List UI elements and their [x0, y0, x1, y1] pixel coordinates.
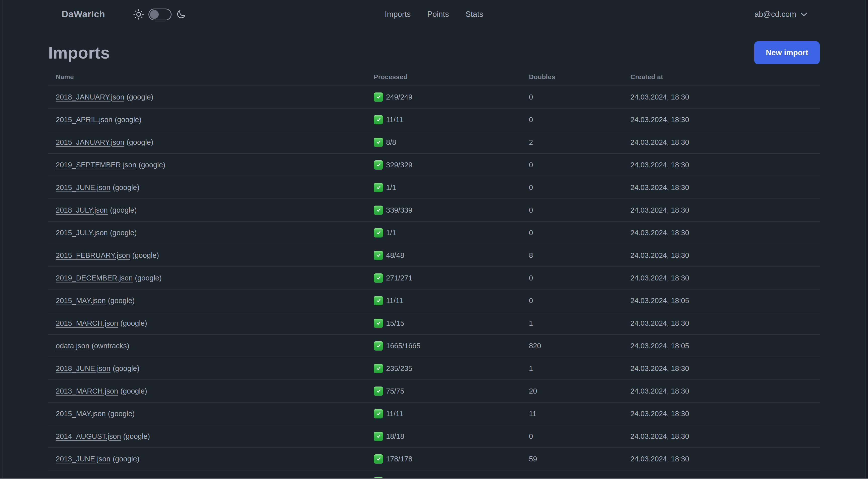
import-file-link[interactable]: 2015_APRIL.json: [56, 116, 113, 124]
import-file-link[interactable]: odata.json: [56, 342, 89, 350]
created-at: 24.03.2024, 18:05: [623, 342, 820, 350]
navbar-left: DaWarIch: [62, 0, 186, 29]
sun-icon: [133, 9, 144, 20]
table-header-row: Name Processed Doubles Created at: [48, 68, 820, 86]
import-file-link[interactable]: 2015_JUNE.json: [56, 183, 111, 191]
import-source-label: (owntracks): [92, 342, 129, 350]
doubles-count: 1: [521, 319, 623, 327]
doubles-count: 0: [521, 183, 623, 192]
doubles-count: 59: [521, 455, 623, 463]
created-at: 24.03.2024, 18:05: [623, 297, 820, 305]
doubles-count: 0: [521, 206, 623, 214]
theme-switch-track[interactable]: [149, 8, 172, 20]
app-window: DaWarIch: [0, 0, 868, 479]
created-at: 24.03.2024, 18:30: [623, 93, 820, 101]
name-cell: 2018_JULY.json(google): [48, 206, 366, 214]
import-file-link[interactable]: 2015_FEBRUARY.json: [56, 251, 130, 259]
nav-link-stats[interactable]: Stats: [465, 10, 483, 19]
new-import-button[interactable]: New import: [754, 41, 820, 64]
table-row: 2015_MAY.json(google) 11/11 11 24.03.202…: [48, 402, 820, 425]
processed-cell: 18/18: [366, 432, 521, 441]
import-source-label: (google): [138, 161, 165, 169]
import-source-label: (google): [120, 319, 147, 327]
import-file-link[interactable]: 2018_JULY.json: [56, 206, 108, 214]
created-at: 24.03.2024, 18:30: [623, 116, 820, 124]
doubles-count: 0: [521, 161, 623, 169]
name-cell: odata.json(owntracks): [48, 342, 366, 350]
created-at: 24.03.2024, 18:30: [623, 229, 820, 237]
table-row: 2018_JUNE.json(google) 235/235 1 24.03.2…: [48, 357, 820, 380]
processed-cell: 249/249: [366, 92, 521, 102]
created-at: 24.03.2024, 18:30: [623, 138, 820, 147]
import-file-link[interactable]: 2013_MARCH.json: [56, 387, 118, 395]
check-icon: [374, 319, 383, 328]
navbar: DaWarIch: [0, 0, 868, 29]
nav-link-points[interactable]: Points: [427, 10, 449, 19]
import-source-label: (google): [123, 432, 150, 440]
doubles-count: 0: [521, 297, 623, 305]
processed-count: 8/8: [386, 138, 396, 147]
column-header-created-at: Created at: [623, 73, 820, 81]
column-header-name: Name: [48, 73, 366, 81]
page-title: Imports: [48, 43, 110, 62]
theme-switch-knob: [150, 10, 159, 19]
import-source-label: (google): [127, 138, 153, 146]
processed-count: 1/1: [386, 183, 396, 192]
table-row: 2013_MARCH.json(google) 75/75 20 24.03.2…: [48, 380, 820, 402]
processed-cell: 8/8: [366, 138, 521, 147]
doubles-count: 0: [521, 274, 623, 282]
import-file-link[interactable]: 2014_AUGUST.json: [56, 432, 121, 440]
import-file-link[interactable]: 2018_JANUARY.json: [56, 93, 124, 101]
check-icon: [374, 183, 383, 192]
doubles-count: 20: [521, 387, 623, 395]
processed-cell: 339/339: [366, 206, 521, 215]
import-file-link[interactable]: 2015_MARCH.json: [56, 319, 118, 327]
processed-count: 1665/1665: [386, 342, 421, 350]
table-row: 2013_JUNE.json(google) 178/178 59 24.03.…: [48, 448, 820, 471]
created-at: 24.03.2024, 18:30: [623, 206, 820, 214]
check-icon: [374, 138, 383, 147]
import-file-link[interactable]: 2015_MAY.json: [56, 297, 106, 305]
table-row: 2015_MAY.json(google) 11/11 0 24.03.2024…: [48, 290, 820, 312]
import-file-link[interactable]: 2018_JUNE.json: [56, 364, 111, 372]
theme-toggle[interactable]: [133, 8, 186, 20]
processed-cell: 1/1: [366, 183, 521, 192]
check-icon: [374, 160, 383, 170]
user-menu[interactable]: ab@cd.com: [754, 10, 808, 19]
processed-count: 1/1: [386, 229, 396, 237]
processed-cell: 11/11: [366, 115, 521, 124]
nav-link-imports[interactable]: Imports: [385, 10, 411, 19]
check-icon: [374, 115, 383, 124]
import-source-label: (google): [113, 364, 140, 372]
created-at: 24.03.2024, 18:30: [623, 387, 820, 395]
import-file-link[interactable]: 2019_DECEMBER.json: [56, 274, 133, 282]
import-file-link[interactable]: 2015_JULY.json: [56, 229, 108, 237]
created-at: 24.03.2024, 18:30: [623, 364, 820, 373]
created-at: 24.03.2024, 18:30: [623, 274, 820, 282]
processed-cell: 1665/1665: [366, 341, 521, 351]
processed-cell: 75/75: [366, 387, 521, 396]
processed-count: 329/329: [386, 161, 412, 169]
created-at: 24.03.2024, 18:30: [623, 251, 820, 260]
import-file-link[interactable]: 2015_MAY.json: [56, 410, 106, 418]
doubles-count: 0: [521, 229, 623, 237]
column-header-processed: Processed: [366, 73, 521, 81]
name-cell: 2015_JUNE.json(google): [48, 183, 366, 192]
import-source-label: (google): [110, 206, 136, 214]
processed-cell: 271/271: [366, 273, 521, 283]
table-row: 2015_JANUARY.json(google) 8/8 2 24.03.20…: [48, 131, 820, 154]
created-at: 24.03.2024, 18:30: [623, 183, 820, 192]
bottom-edge-strip: [0, 478, 868, 479]
import-file-link[interactable]: 2013_JUNE.json: [56, 455, 111, 463]
moon-icon: [176, 9, 186, 20]
table-body: 2018_JANUARY.json(google) 249/249 0 24.0…: [48, 86, 820, 479]
processed-cell: 329/329: [366, 160, 521, 170]
import-file-link[interactable]: 2015_JANUARY.json: [56, 138, 124, 146]
processed-cell: 11/11: [366, 409, 521, 418]
import-source-label: (google): [108, 410, 135, 418]
main-content: Imports New import Name Processed Double…: [0, 41, 868, 479]
import-file-link[interactable]: 2019_SEPTEMBER.json: [56, 161, 136, 169]
window-edge-left: [2, 0, 3, 479]
import-source-label: (google): [110, 229, 136, 237]
app-logo[interactable]: DaWarIch: [62, 9, 105, 20]
